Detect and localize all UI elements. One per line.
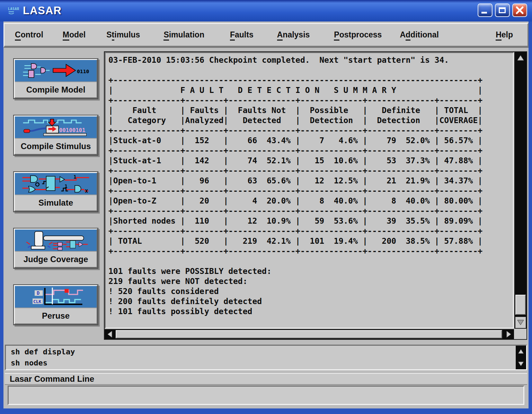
sidebar-button-compile-model[interactable]: 0110 Compile Model	[13, 58, 98, 99]
scroll-right-icon	[506, 331, 512, 338]
close-button[interactable]	[512, 3, 527, 17]
menu-postprocess[interactable]: Postprocess	[334, 30, 382, 40]
console-scroll-up-button[interactable]	[516, 346, 526, 357]
command-history-text: sh def display sh nodes	[6, 346, 526, 369]
sidebar-button-simulate[interactable]: 1 1 X Simulate	[13, 171, 98, 212]
sidebar-button-compile-stimulus[interactable]: 00100101 Compile Stimulus	[13, 115, 98, 156]
scroll-up-button[interactable]	[515, 52, 526, 64]
minimize-button[interactable]	[478, 3, 493, 17]
minimize-icon	[481, 12, 487, 14]
command-line-label: Lasar Command Line	[10, 374, 94, 384]
svg-text:D: D	[37, 290, 39, 296]
scroll-up-icon	[517, 55, 524, 61]
command-history-panel[interactable]: sh def display sh nodes	[5, 345, 527, 370]
scroll-down-icon	[517, 319, 524, 326]
window-title: LASAR	[23, 5, 62, 17]
menu-faults[interactable]: Faults	[230, 30, 254, 40]
menu-model[interactable]: Model	[63, 30, 86, 40]
svg-text:1: 1	[73, 174, 76, 180]
menu-stimulus[interactable]: Stimulus	[106, 30, 140, 40]
console-scroll-down-icon	[518, 361, 524, 366]
lasar-window: LASAR LASAR Control Model Stimulus Si	[0, 0, 532, 414]
svg-text:CLK: CLK	[33, 299, 41, 304]
horizontal-scrollbar[interactable]	[105, 329, 514, 339]
menu-control[interactable]: Control	[15, 30, 43, 40]
terminal-panel: 03-FEB-2010 15:03:56 Checkpoint complete…	[104, 51, 527, 340]
maximize-icon	[499, 7, 506, 13]
menu-simulation[interactable]: Simulation	[163, 30, 204, 40]
svg-text:00100101: 00100101	[59, 127, 86, 133]
titlebar[interactable]: LASAR LASAR	[0, 0, 532, 21]
scrollbar-corner	[514, 329, 526, 339]
sidebar-button-label: Simulate	[15, 195, 97, 210]
scroll-down-button[interactable]	[515, 316, 526, 329]
sidebar-button-judge-coverage[interactable]: Judge Coverage	[13, 228, 98, 269]
svg-text:LASAR: LASAR	[8, 7, 19, 11]
console-scrollbar[interactable]	[516, 346, 526, 369]
menu-analysis[interactable]: Analysis	[277, 30, 310, 40]
command-input-field[interactable]	[8, 386, 524, 405]
lasar-logo-icon: LASAR	[8, 6, 21, 16]
compile-stimulus-icon: 00100101	[15, 117, 97, 138]
peruse-icon: D CLK	[15, 286, 97, 308]
vertical-scrollbar[interactable]	[514, 52, 526, 329]
sidebar-button-label: Compile Stimulus	[15, 138, 97, 154]
command-input[interactable]	[9, 387, 523, 404]
close-icon	[513, 4, 526, 16]
horizontal-scroll-thumb[interactable]	[116, 330, 502, 338]
terminal-text: 03-FEB-2010 15:03:56 Checkpoint complete…	[106, 53, 513, 319]
sidebar-button-label: Peruse	[15, 308, 97, 324]
compile-model-icon: 0110	[15, 60, 97, 81]
console-scroll-up-icon	[518, 349, 524, 354]
svg-text:0110: 0110	[77, 68, 89, 74]
scroll-left-button[interactable]	[105, 329, 115, 339]
vertical-scroll-thumb[interactable]	[515, 295, 526, 315]
terminal-output[interactable]: 03-FEB-2010 15:03:56 Checkpoint complete…	[105, 52, 514, 329]
simulate-icon: 1 1 X	[15, 173, 97, 195]
svg-text:1: 1	[65, 183, 68, 189]
sidebar-button-label: Judge Coverage	[15, 251, 97, 267]
menu-additional[interactable]: Additional	[400, 30, 438, 40]
command-line-label-bar: Lasar Command Line	[5, 373, 527, 385]
console-scroll-down-button[interactable]	[516, 358, 526, 369]
sidebar-button-peruse[interactable]: D CLK Peruse	[13, 284, 98, 325]
sidebar-button-label: Compile Model	[15, 81, 97, 97]
maximize-button[interactable]	[495, 3, 510, 17]
scroll-left-icon	[107, 331, 113, 338]
scroll-right-button[interactable]	[504, 329, 514, 339]
menu-bar: Control Model Stimulus Simulation Faults…	[3, 23, 529, 48]
svg-text:X: X	[85, 188, 88, 194]
menu-help[interactable]: Help	[496, 30, 513, 40]
judge-coverage-icon	[15, 230, 97, 251]
